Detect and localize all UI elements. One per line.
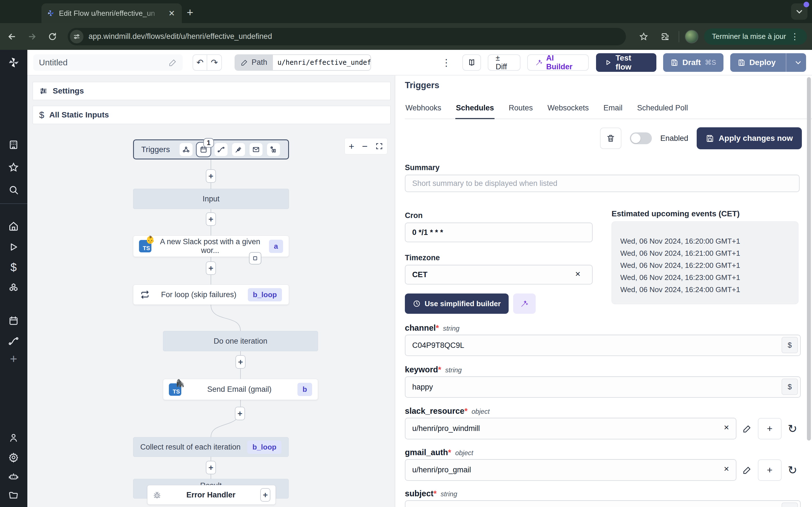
error-handler-node[interactable]: Error Handler +	[147, 485, 276, 505]
ai-cron-button[interactable]	[513, 293, 536, 314]
sidebar-schedules-icon[interactable]	[7, 314, 20, 328]
path-field[interactable]: Path u/henri/effective_undef	[235, 54, 371, 71]
profile-avatar[interactable]	[685, 30, 698, 43]
route-trigger-icon[interactable]	[214, 143, 227, 156]
subject-input[interactable]	[405, 500, 801, 507]
url-field[interactable]: app.windmill.dev/flows/edit/u/henri/effe…	[68, 28, 626, 45]
sidebar-resources-icon[interactable]	[7, 281, 20, 294]
sidebar-settings-icon[interactable]	[7, 451, 20, 464]
timezone-input[interactable]	[405, 265, 593, 284]
clear-resource-icon[interactable]: ×	[724, 464, 729, 474]
refresh-resource-icon[interactable]: ↻	[788, 464, 797, 476]
sidebar-users-icon[interactable]	[7, 431, 20, 445]
apply-changes-button[interactable]: Apply changes now	[697, 127, 802, 149]
keyword-input[interactable]	[405, 376, 801, 398]
clear-resource-icon[interactable]: ×	[724, 422, 729, 433]
sidebar-variables-icon[interactable]: $	[7, 261, 20, 274]
forward-button[interactable]	[24, 29, 40, 45]
docs-button[interactable]	[462, 54, 481, 71]
flow-name-field[interactable]: Untitled	[33, 54, 183, 71]
new-tab-button[interactable]: +	[184, 6, 196, 18]
back-button[interactable]	[4, 29, 20, 45]
webhook-trigger-icon[interactable]	[180, 143, 193, 156]
stop-after-step-button[interactable]	[249, 252, 261, 265]
tab-email[interactable]: Email	[603, 104, 623, 119]
delete-schedule-button[interactable]	[600, 128, 621, 149]
add-step-button[interactable]: +	[206, 212, 216, 226]
triggers-node[interactable]: Triggers 1	[133, 139, 289, 159]
add-resource-button[interactable]: +	[758, 459, 781, 481]
edit-resource-pencil-icon[interactable]	[743, 466, 752, 474]
slack-resource-input[interactable]	[405, 418, 737, 439]
schedule-trigger-icon[interactable]: 1	[197, 143, 210, 156]
tab-schedules[interactable]: Schedules	[455, 104, 495, 119]
sidebar-workspace-icon[interactable]	[7, 138, 20, 152]
scheduled-poll-trigger-icon[interactable]	[267, 143, 280, 156]
summary-input[interactable]	[405, 175, 800, 192]
add-step-button[interactable]: +	[206, 169, 216, 183]
add-error-handler-button[interactable]: +	[260, 488, 270, 502]
browser-tab[interactable]: Edit Flow u/henri/effective_un ✕	[42, 3, 182, 23]
add-step-button[interactable]: +	[236, 355, 246, 369]
test-flow-button[interactable]: Test flow	[596, 53, 656, 72]
edit-name-pencil-icon[interactable]	[168, 58, 177, 67]
menu-kebab-icon[interactable]: ⋮	[791, 32, 799, 41]
redo-button[interactable]: ↷	[207, 55, 221, 70]
sidebar-workers-icon[interactable]	[7, 470, 20, 483]
site-settings-icon[interactable]	[70, 30, 84, 43]
gmail-auth-input[interactable]	[405, 459, 737, 481]
tab-close-icon[interactable]: ✕	[167, 8, 177, 18]
websocket-trigger-icon[interactable]	[232, 143, 245, 156]
more-options-kebab[interactable]: ⋮	[442, 57, 451, 68]
insert-variable-button[interactable]: $	[781, 337, 798, 353]
do-one-iteration-node[interactable]: Do one iteration	[163, 331, 318, 351]
extensions-icon[interactable]	[657, 29, 673, 45]
enabled-toggle[interactable]	[630, 132, 652, 144]
sidebar-routes-icon[interactable]	[7, 334, 20, 348]
deploy-button[interactable]: Deploy	[730, 53, 806, 72]
zoom-out-button[interactable]: −	[362, 141, 368, 152]
tab-search-button[interactable]	[791, 3, 808, 20]
add-step-button[interactable]: +	[206, 461, 216, 474]
zoom-in-button[interactable]: +	[349, 141, 354, 152]
fit-view-button[interactable]	[375, 142, 383, 150]
sidebar-search-icon[interactable]	[7, 183, 20, 196]
simplified-builder-button[interactable]: Use simplified builder	[405, 293, 509, 314]
browser-update-button[interactable]: Terminer la mise à jour ⋮	[704, 29, 807, 45]
refresh-button[interactable]	[45, 29, 60, 45]
windmill-logo[interactable]	[7, 56, 20, 69]
tab-websockets[interactable]: Websockets	[547, 104, 590, 119]
diff-button[interactable]: ± Diff	[488, 54, 520, 71]
forloop-node[interactable]: For loop (skip failures) b_loop	[133, 284, 289, 305]
sidebar-folders-icon[interactable]	[7, 489, 20, 502]
insert-variable-button[interactable]: $	[781, 503, 798, 507]
sidebar-runs-icon[interactable]	[7, 240, 20, 254]
sidebar-favorites-icon[interactable]	[7, 161, 20, 174]
tab-routes[interactable]: Routes	[508, 104, 534, 119]
input-node[interactable]: Input	[133, 189, 289, 209]
collect-result-node[interactable]: Collect result of each iteration b_loop	[133, 437, 289, 457]
edit-resource-pencil-icon[interactable]	[743, 424, 752, 433]
add-step-button[interactable]: +	[206, 262, 216, 275]
sidebar-add-icon[interactable]: +	[7, 352, 20, 365]
refresh-resource-icon[interactable]: ↻	[788, 422, 797, 435]
draft-button[interactable]: Draft ⌘S	[663, 53, 723, 72]
ai-builder-button[interactable]: AI Builder	[527, 54, 589, 71]
slack-step-node[interactable]: TS 👶 A new Slack post with a given wor..…	[133, 235, 289, 257]
deploy-dropdown-chevron[interactable]	[790, 59, 806, 66]
send-email-node[interactable]: TS 🦍 Send Email (gmail) b	[163, 379, 318, 400]
insert-variable-button[interactable]: $	[781, 379, 798, 395]
add-step-button[interactable]: +	[235, 407, 245, 420]
tab-scheduled-poll[interactable]: Scheduled Poll	[637, 104, 689, 119]
tab-webhooks[interactable]: Webhooks	[405, 104, 442, 119]
cron-input[interactable]	[405, 223, 593, 242]
undo-button[interactable]: ↶	[193, 55, 207, 70]
panel-scrollbar[interactable]	[807, 77, 811, 441]
add-resource-button[interactable]: +	[758, 418, 781, 439]
channel-input[interactable]	[405, 335, 801, 356]
email-trigger-icon[interactable]	[250, 143, 262, 156]
clear-timezone-icon[interactable]: ×	[575, 269, 580, 279]
sidebar-home-icon[interactable]	[7, 219, 20, 233]
bookmark-star-icon[interactable]	[636, 29, 652, 45]
flow-canvas[interactable]: + − Triggers 1	[28, 75, 395, 507]
